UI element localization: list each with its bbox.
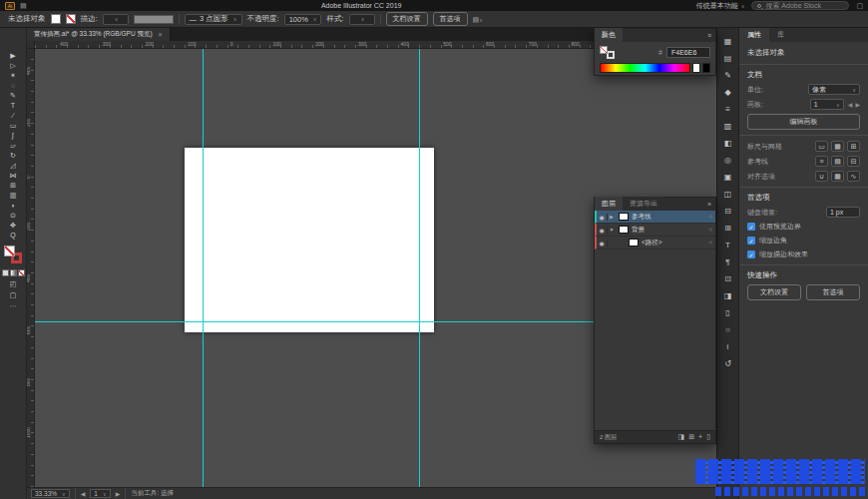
gradient-panel-button[interactable]: ▥ xyxy=(720,121,736,132)
prev-artboard-icon[interactable]: ◀ xyxy=(81,490,86,497)
screen-mode-icon[interactable]: ▢ xyxy=(3,289,23,300)
checkbox-icon[interactable]: ✓ xyxy=(747,223,755,231)
lock-guides-icon[interactable]: ▤ xyxy=(831,156,844,167)
rotate-tool[interactable]: ↻ xyxy=(3,150,23,160)
app-icon[interactable]: Ai xyxy=(5,2,15,10)
zoom-level-select[interactable]: 33.33% xyxy=(31,489,70,498)
graphic-styles-panel-button[interactable]: ▣ xyxy=(720,172,736,183)
info-panel-button[interactable]: i xyxy=(720,341,736,352)
black-swatch[interactable] xyxy=(702,63,710,73)
eyedropper-tool[interactable]: ◗ xyxy=(3,200,23,210)
character-panel-button[interactable]: T xyxy=(720,240,736,250)
stock-search-input[interactable]: 搜索 Adobe Stock xyxy=(751,1,849,10)
new-sublayer-icon[interactable]: ⊞ xyxy=(688,433,694,441)
artboards-panel-button[interactable]: ⊡ xyxy=(720,273,736,284)
transparency-panel-button[interactable]: ◧ xyxy=(720,138,736,149)
blend-tool[interactable]: ⊙ xyxy=(3,210,23,220)
artboard[interactable] xyxy=(185,148,434,332)
document-setup-button[interactable]: 文档设置 xyxy=(386,12,428,26)
edit-artboards-button[interactable]: 编辑画板 xyxy=(747,114,860,130)
artboard-select[interactable]: 1 xyxy=(810,99,844,110)
pencil-tool[interactable]: ▱ xyxy=(3,140,23,150)
brush-definition-select[interactable]: —3 点圆形 xyxy=(185,14,242,25)
show-guides-icon[interactable]: ≡ xyxy=(815,156,828,167)
tab-close-icon[interactable]: × xyxy=(159,31,163,38)
smart-guides-icon[interactable]: ∿ xyxy=(847,171,860,182)
color-panel-button[interactable]: ▦ xyxy=(720,36,736,47)
make-clipping-mask-icon[interactable]: ◨ xyxy=(678,433,685,441)
vertical-ruler[interactable]: 40020002004006008001000 xyxy=(27,49,35,487)
document-tab[interactable]: 宣传插画.ai* @ 33.33% (RGB/GPU 预览) × xyxy=(27,28,171,41)
tab-color[interactable]: 颜色 xyxy=(595,28,623,42)
layers-panel-titlebar[interactable]: 图层 资源导出 » xyxy=(595,198,715,211)
type-tool[interactable]: T xyxy=(3,100,23,110)
guide-vertical-2[interactable] xyxy=(419,49,420,487)
color-mode-icon[interactable] xyxy=(2,269,9,276)
pathfinder-panel-button[interactable]: ◫ xyxy=(720,189,736,200)
preference-checkbox-row[interactable]: ✓使用预览边界 xyxy=(747,222,860,232)
preferences-button[interactable]: 首选项 xyxy=(433,12,468,26)
swatches-panel-button[interactable]: ▤ xyxy=(720,53,736,64)
layer-visibility-toggle[interactable]: ◉ xyxy=(597,240,608,247)
increment-input[interactable]: 1 px xyxy=(826,207,860,218)
snap-to-grid-icon[interactable]: ⊞ xyxy=(847,141,860,152)
asset-export-panel-button[interactable]: ▯ xyxy=(720,307,736,318)
rectangle-tool[interactable]: ▭ xyxy=(3,120,23,130)
fill-indicator[interactable] xyxy=(4,246,15,256)
magic-wand-tool[interactable]: ✶ xyxy=(3,70,23,80)
color-panel-titlebar[interactable]: 颜色 ≡ xyxy=(595,29,715,42)
fill-stroke-mini[interactable] xyxy=(600,46,615,59)
fill-stroke-indicator[interactable] xyxy=(4,246,22,263)
symbols-panel-button[interactable]: ◆ xyxy=(720,87,736,98)
preference-checkbox-row[interactable]: ✓缩放边角 xyxy=(747,236,860,246)
scale-tool[interactable]: ◿ xyxy=(3,160,23,170)
tab-libraries[interactable]: 库 xyxy=(769,28,792,42)
selection-tool[interactable]: ▶ xyxy=(3,50,23,60)
snap-to-pixel-icon[interactable]: ▦ xyxy=(831,171,844,182)
history-panel-button[interactable]: ↺ xyxy=(720,358,736,369)
style-select[interactable] xyxy=(349,14,375,25)
artboard-nav-select[interactable]: 1 xyxy=(90,489,110,498)
stroke-indicator[interactable] xyxy=(607,51,615,59)
stroke-color-swatch[interactable] xyxy=(66,14,76,24)
layer-target-icon[interactable]: ○ xyxy=(708,240,712,246)
layer-row[interactable]: ◉▶参考线○ xyxy=(595,211,715,224)
layer-visibility-toggle[interactable]: ◉ xyxy=(597,227,608,234)
paragraph-panel-button[interactable]: ¶ xyxy=(720,256,736,267)
next-artboard-icon[interactable]: ▶ xyxy=(116,490,121,497)
workspace-switcher[interactable]: 传统基本功能∨ xyxy=(696,1,745,11)
prev-artboard-icon[interactable]: ◀ xyxy=(848,101,853,108)
hex-value-input[interactable]: F4E6E6 xyxy=(666,47,710,58)
unit-select[interactable]: 像素 xyxy=(808,84,860,95)
none-mode-icon[interactable] xyxy=(18,269,25,276)
tab-asset-export[interactable]: 资源导出 xyxy=(623,197,664,211)
pen-tool[interactable]: ✎ xyxy=(3,90,23,100)
layer-visibility-toggle[interactable]: ◉ xyxy=(597,214,608,221)
guide-vertical-1[interactable] xyxy=(203,49,204,487)
free-transform-tool[interactable]: ⊞ xyxy=(3,180,23,190)
brushes-panel-button[interactable]: ✎ xyxy=(720,70,736,81)
snap-to-point-icon[interactable]: ∪ xyxy=(815,171,828,182)
paintbrush-tool[interactable]: ∫ xyxy=(3,130,23,140)
checkbox-icon[interactable]: ✓ xyxy=(747,237,755,245)
transform-panel-button[interactable]: ⊞ xyxy=(720,223,736,234)
layer-row[interactable]: ◉<路径>○ xyxy=(595,237,715,250)
tab-layers[interactable]: 图层 xyxy=(595,197,623,211)
appearance-panel-button[interactable]: ◎ xyxy=(720,155,736,166)
preferences-button[interactable]: 首选项 xyxy=(806,284,860,300)
opacity-select[interactable]: 100% xyxy=(284,14,322,25)
layer-target-icon[interactable]: ○ xyxy=(708,214,712,220)
align-panel-button[interactable]: ⊟ xyxy=(720,206,736,217)
panel-menu-icon[interactable]: ≡ xyxy=(703,32,715,39)
window-layout-icon[interactable]: ▢ xyxy=(856,2,863,9)
doc-setup-button[interactable]: 文档设置 xyxy=(747,284,801,300)
show-grid-icon[interactable]: ▦ xyxy=(831,141,844,152)
navigator-panel-button[interactable]: ○ xyxy=(720,324,736,335)
edit-toolbar-icon[interactable]: ⋯ xyxy=(3,300,23,311)
layer-row[interactable]: ◉▼背景○ xyxy=(595,224,715,237)
width-tool[interactable]: ⋈ xyxy=(3,170,23,180)
hand-tool[interactable]: ✥ xyxy=(3,220,23,230)
tab-properties[interactable]: 属性 xyxy=(739,28,769,42)
menu-icon[interactable]: ▤ xyxy=(20,2,27,9)
collapse-panel-icon[interactable]: » xyxy=(703,201,715,208)
